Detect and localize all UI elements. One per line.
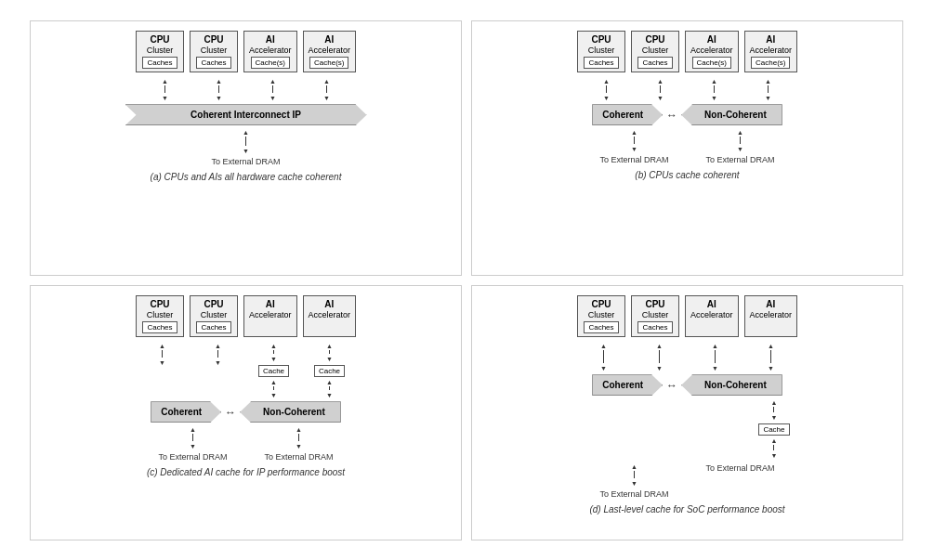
banner-coherent-c: Coherent	[151, 401, 221, 423]
arrow-b2	[637, 76, 685, 102]
arrow-between-c: ↔	[225, 406, 236, 419]
cluster-ai1-b: AI Accelerator Cache(s)	[685, 31, 739, 73]
arrow-b1	[583, 76, 631, 102]
dram-label2-c: To External DRAM	[265, 452, 334, 462]
bottom-cache-container-d: Cache	[576, 397, 799, 460]
diagram-d: CPU Cluster Caches CPU Cluster Caches AI…	[471, 285, 903, 540]
dram-col2-d: To External DRAM	[706, 462, 775, 499]
cluster-ai1-c: AI Accelerator	[243, 295, 297, 338]
dram-label1-d: To External DRAM	[599, 489, 668, 499]
caption-c: (c) Dedicated AI cache for IP performanc…	[147, 467, 345, 477]
banner-noncoherent-d: Non-Coherent	[681, 374, 782, 396]
cluster-ai2-a: AI Accelerator Cache(s)	[303, 31, 357, 73]
arrow-between-b: ↔	[666, 109, 677, 122]
banners-d: Coherent ↔ Non-Coherent	[592, 374, 782, 396]
banners-b: Coherent ↔ Non-Coherent	[592, 104, 782, 125]
dram-col1-d: To External DRAM	[599, 462, 668, 499]
arrow-dram1-d	[631, 462, 637, 488]
banner-coherent-d: Coherent	[592, 374, 663, 396]
cluster-cpu2-a: CPU Cluster Caches	[190, 31, 238, 73]
arrow-cluster1-a	[141, 76, 190, 102]
banner-coherent-b: Coherent	[592, 104, 663, 125]
arrow-c1	[138, 341, 187, 399]
caption-b: (b) CPUs cache coherent	[635, 170, 739, 180]
cluster-cpu2-b: CPU Cluster Caches	[631, 31, 679, 73]
dram-row-c: To External DRAM To External DRAM	[158, 424, 333, 462]
arrow-cluster4-a	[303, 76, 351, 102]
arrow-d2	[636, 341, 684, 372]
cluster-cpu1-d: CPU Cluster Caches	[577, 295, 625, 338]
dram-label2-b: To External DRAM	[706, 155, 775, 164]
clusters-row-a: CPU Cluster Caches CPU Cluster Caches AI…	[136, 31, 356, 73]
bottom-cache-d: Cache	[758, 423, 789, 436]
cluster-ai2-c: AI Accelerator	[303, 295, 357, 338]
banner-noncoherent-c: Non-Coherent	[240, 401, 341, 423]
diagram-b: CPU Cluster Caches CPU Cluster Caches AI…	[471, 20, 903, 276]
cluster-ai2-d: AI Accelerator	[744, 295, 798, 338]
dram-col2-c: To External DRAM	[265, 424, 334, 462]
dram-col2-b: To External DRAM	[706, 127, 775, 164]
ai1-with-cache-c: Cache	[250, 341, 298, 399]
arrow-d3	[691, 341, 740, 372]
arrow-dram1-c	[190, 424, 196, 450]
cluster-cpu2-d: CPU Cluster Caches	[631, 295, 679, 338]
cluster-cpu1-b: CPU Cluster Caches	[577, 31, 625, 73]
arrow-cluster2-a	[195, 76, 243, 102]
ai2-with-cache-c: Cache	[306, 341, 354, 399]
dram-label2-d: To External DRAM	[706, 463, 775, 473]
arrow-d1	[580, 341, 628, 372]
dram-label1-c: To External DRAM	[158, 452, 227, 462]
banners-c: Coherent ↔ Non-Coherent	[151, 401, 341, 423]
middle-cache-c2: Cache	[314, 365, 345, 377]
cluster-cpu2-c: CPU Cluster Caches	[190, 295, 238, 338]
clusters-row-d: CPU Cluster Caches CPU Cluster Caches AI…	[577, 295, 797, 338]
dram-col1-b: To External DRAM	[599, 127, 668, 164]
arrow-dram2-c	[296, 424, 302, 450]
arrow-d4	[747, 341, 795, 372]
arrow-b3	[690, 76, 739, 102]
caption-a: (a) CPUs and AIs all hardware cache cohe…	[151, 172, 342, 182]
arrow-dram2-b	[737, 127, 743, 153]
arrow-dram1-b	[631, 127, 637, 153]
dram-row-d: To External DRAM To External DRAM	[599, 462, 774, 499]
cluster-cpu1-c: CPU Cluster Caches	[136, 295, 184, 338]
dram-row-b: To External DRAM To External DRAM	[599, 127, 774, 164]
caption-d: (d) Last-level cache for SoC performance…	[589, 504, 784, 514]
banner-a: Coherent Interconnect IP	[125, 104, 367, 125]
dram-col1-c: To External DRAM	[158, 424, 227, 462]
diagram-a: CPU Cluster Caches CPU Cluster Caches AI…	[30, 20, 462, 276]
arrow-cluster3-a	[249, 76, 297, 102]
arrow-between-d: ↔	[666, 379, 677, 392]
arrow-b4	[744, 76, 793, 102]
cluster-ai1-a: AI Accelerator Cache(s)	[243, 31, 297, 73]
clusters-row-b: CPU Cluster Caches CPU Cluster Caches AI…	[577, 31, 797, 73]
banner-noncoherent-b: Non-Coherent	[681, 104, 782, 125]
bottom-cache-col-d: Cache	[758, 397, 789, 460]
clusters-row-c: CPU Cluster Caches CPU Cluster Caches AI…	[136, 295, 356, 338]
middle-cache-c1: Cache	[258, 365, 289, 377]
arrow-dram-a	[243, 127, 249, 155]
dram-label1-b: To External DRAM	[599, 155, 668, 164]
main-container: CPU Cluster Caches CPU Cluster Caches AI…	[20, 11, 913, 550]
diagram-c: CPU Cluster Caches CPU Cluster Caches AI…	[30, 285, 462, 540]
cluster-ai2-b: AI Accelerator Cache(s)	[744, 31, 798, 73]
cluster-cpu1-a: CPU Cluster Caches	[136, 31, 184, 73]
dram-label-a: To External DRAM	[211, 157, 280, 166]
cluster-ai1-d: AI Accelerator	[685, 295, 739, 338]
arrow-c2	[194, 341, 243, 399]
